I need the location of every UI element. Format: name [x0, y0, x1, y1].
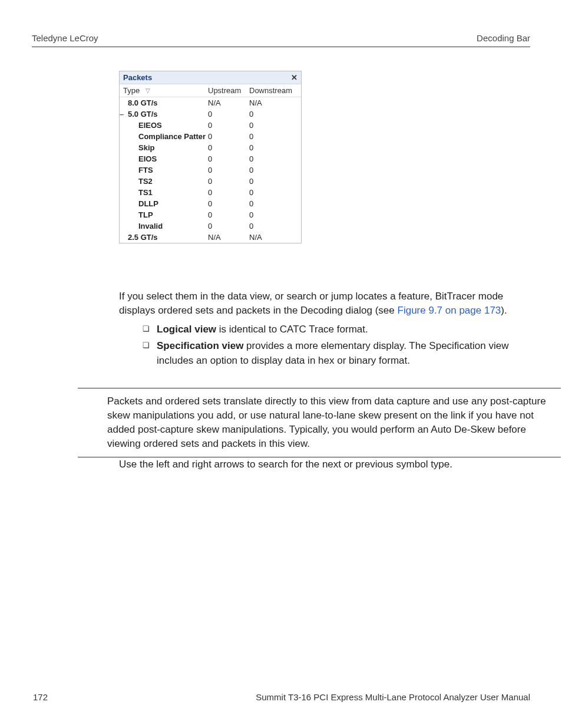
col-type[interactable]: Type ▽ — [123, 86, 208, 95]
panel-titlebar: Packets ✕ — [120, 71, 301, 84]
footer-title: Summit T3-16 PCI Express Multi-Lane Prot… — [256, 692, 530, 702]
row-downstream: 0 — [249, 154, 297, 163]
after-note-paragraph: Use the left and right arrows to search … — [119, 457, 531, 472]
close-icon[interactable]: ✕ — [291, 73, 297, 82]
row-label: DLLP — [123, 199, 158, 208]
table-row[interactable]: DLLP00 — [120, 198, 301, 209]
row-label: TS2 — [123, 177, 153, 186]
row-upstream: N/A — [208, 98, 249, 107]
col-upstream[interactable]: Upstream — [208, 86, 249, 95]
note-box: Packets and ordered sets translate direc… — [78, 388, 561, 458]
table-row[interactable]: 8.0 GT/sN/AN/A — [120, 97, 301, 108]
row-label: TS1 — [123, 188, 153, 197]
sort-desc-icon: ▽ — [146, 87, 150, 94]
bullet2-bold: Specification view — [157, 340, 243, 351]
row-label: EIEOS — [123, 121, 162, 130]
row-upstream: 0 — [208, 154, 249, 163]
row-downstream: 0 — [249, 143, 297, 152]
body-text: If you select them in the data view, or … — [119, 289, 531, 472]
row-upstream: 0 — [208, 143, 249, 152]
table-row[interactable]: Skip00 — [120, 142, 301, 153]
col-downstream[interactable]: Downstream — [249, 86, 297, 95]
row-label: Skip — [123, 143, 154, 152]
row-downstream: N/A — [249, 233, 297, 242]
table-row[interactable]: Compliance Patter00 — [120, 131, 301, 142]
panel-column-header: Type ▽ Upstream Downstream — [120, 84, 301, 97]
intro-paragraph: If you select them in the data view, or … — [119, 289, 531, 318]
figure-link[interactable]: Figure 9.7 on page 173 — [398, 305, 501, 316]
row-upstream: 0 — [208, 199, 249, 208]
table-row[interactable]: 2.5 GT/sN/AN/A — [120, 232, 301, 243]
panel-title: Packets — [123, 73, 152, 82]
table-row[interactable]: Invalid00 — [120, 220, 301, 232]
row-downstream: 0 — [249, 210, 297, 219]
bullet-logical-view: Logical view is identical to CATC Trace … — [143, 322, 531, 337]
row-label: 2.5 GT/s — [123, 233, 158, 242]
row-upstream: N/A — [208, 233, 249, 242]
row-downstream: 0 — [249, 199, 297, 208]
row-downstream: 0 — [249, 121, 297, 130]
row-label: 5.0 GT/s — [123, 110, 158, 118]
row-downstream: 0 — [249, 132, 297, 141]
after-note-text: Use the left and right arrows to search … — [119, 459, 452, 470]
row-upstream: 0 — [208, 121, 249, 130]
table-row[interactable]: TS100 — [120, 187, 301, 198]
row-downstream: N/A — [249, 98, 297, 107]
row-upstream: 0 — [208, 222, 249, 230]
table-row[interactable]: FTS00 — [120, 164, 301, 176]
table-row[interactable]: EIEOS00 — [120, 120, 301, 131]
table-row[interactable]: 5.0 GT/s00 — [120, 108, 301, 120]
row-label: EIOS — [123, 154, 157, 163]
bullet1-bold: Logical view — [157, 324, 216, 335]
row-label: FTS — [123, 166, 153, 174]
row-downstream: 0 — [249, 166, 297, 174]
packets-panel: Packets ✕ Type ▽ Upstream Downstream 8.0… — [119, 71, 302, 243]
intro-text-2: ). — [501, 305, 507, 316]
note-text: Packets and ordered sets translate direc… — [107, 396, 546, 449]
row-upstream: 0 — [208, 110, 249, 118]
col-type-label: Type — [123, 86, 140, 95]
row-upstream: 0 — [208, 177, 249, 186]
row-label: 8.0 GT/s — [123, 98, 158, 107]
row-upstream: 0 — [208, 188, 249, 197]
page-header: Teledyne LeCroy Decoding Bar — [32, 33, 530, 47]
table-row[interactable]: TS200 — [120, 176, 301, 187]
row-downstream: 0 — [249, 188, 297, 197]
header-left: Teledyne LeCroy — [32, 33, 98, 43]
row-downstream: 0 — [249, 110, 297, 118]
row-upstream: 0 — [208, 132, 249, 141]
row-upstream: 0 — [208, 210, 249, 219]
row-label: TLP — [123, 210, 153, 219]
page-footer: 172 Summit T3-16 PCI Express Multi-Lane … — [33, 692, 530, 702]
row-label: Invalid — [123, 222, 163, 230]
header-right: Decoding Bar — [477, 33, 530, 43]
row-downstream: 0 — [249, 222, 297, 230]
bullet1-rest: is identical to CATC Trace format. — [216, 324, 368, 335]
row-label: Compliance Patter — [123, 132, 206, 141]
row-downstream: 0 — [249, 177, 297, 186]
table-row[interactable]: TLP00 — [120, 209, 301, 220]
page-number: 172 — [33, 692, 48, 702]
table-row[interactable]: EIOS00 — [120, 153, 301, 164]
row-upstream: 0 — [208, 166, 249, 174]
bullet-specification-view: Specification view provides a more eleme… — [143, 339, 531, 367]
